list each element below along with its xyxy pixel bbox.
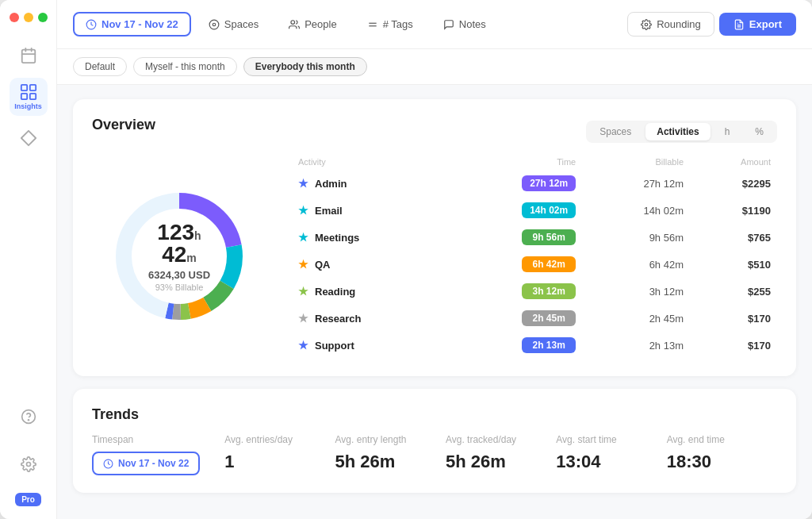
trend-entries: Avg. entries/day 1 [224, 434, 335, 472]
tags-tab-label: # Tags [383, 18, 413, 30]
window-controls [0, 0, 56, 30]
entries-value: 1 [224, 452, 335, 472]
donut-billable: 93% Billable [142, 283, 217, 292]
percent-view-label: % [755, 126, 764, 137]
hours-view-label: h [725, 126, 730, 137]
star-icon: ★ [298, 177, 308, 190]
activity-name-cell: ★ Email [298, 204, 440, 217]
sidebar-bottom: Pro [10, 398, 48, 519]
svg-point-11 [26, 463, 30, 467]
pro-badge[interactable]: Pro [15, 493, 41, 506]
amount-cell: $170 [690, 332, 777, 359]
svg-rect-7 [29, 94, 35, 99]
billable-cell: 2h 45m [582, 305, 690, 332]
filter-bar: Default Myself - this month Everybody th… [57, 49, 812, 85]
hours-value: 123 [157, 220, 194, 244]
tags-tab[interactable]: # Tags [354, 13, 426, 35]
donut-chart: 123h 42m 6324,30 USD 93% Billable [104, 181, 255, 332]
billable-cell: 3h 12m [582, 278, 690, 305]
time-badge: 2h 13m [522, 337, 576, 353]
activity-name-cell: ★ Admin [298, 177, 440, 190]
amount-cell: $255 [690, 278, 777, 305]
sidebar-item-calendar[interactable] [10, 37, 48, 75]
rounding-button[interactable]: Rounding [627, 12, 714, 37]
activity-name-cell: ★ Support [298, 339, 440, 352]
trend-end: Avg. end time 18:30 [667, 434, 777, 472]
table-row: ★ Meetings 9h 56m 9h 56m $765 [292, 224, 777, 251]
svg-marker-8 [21, 131, 35, 145]
time-badge: 14h 02m [522, 202, 576, 218]
maximize-dot[interactable] [38, 13, 48, 22]
overview-tab-group: Spaces Activities h % [586, 121, 777, 143]
app-window: Insights Pro Nov 17 - Nov 22 [0, 0, 812, 519]
table-row: ★ QA 6h 42m 6h 42m $510 [292, 251, 777, 278]
sidebar-item-insights[interactable]: Insights [10, 78, 48, 116]
table-row: ★ Email 14h 02m 14h 02m $1190 [292, 197, 777, 224]
star-icon: ★ [298, 285, 308, 298]
donut-usd: 6324,30 USD [142, 269, 217, 281]
content-area: Overview Spaces Activities h % [57, 85, 812, 519]
tags-icon [367, 19, 378, 30]
star-icon: ★ [298, 312, 308, 325]
svg-point-14 [213, 23, 216, 26]
clock-icon [86, 19, 97, 30]
notes-icon [443, 19, 454, 30]
sidebar-item-help[interactable] [10, 398, 48, 436]
minimize-dot[interactable] [24, 13, 33, 22]
hours-view-tab[interactable]: h [714, 123, 741, 140]
amount-cell: $1190 [690, 197, 777, 224]
svg-rect-4 [21, 85, 26, 90]
col-time: Time [446, 154, 582, 170]
sidebar-item-diamond[interactable] [10, 119, 48, 157]
rounding-label: Rounding [657, 18, 701, 30]
spaces-icon [209, 19, 220, 30]
overview-title: Overview [92, 117, 155, 133]
billable-cell: 27h 12m [582, 170, 690, 197]
spaces-tab[interactable]: Spaces [196, 13, 271, 35]
table-row: ★ Admin 27h 12m 27h 12m $2295 [292, 170, 777, 197]
trend-tracked: Avg. tracked/day 5h 26m [446, 434, 556, 472]
star-icon: ★ [298, 339, 308, 352]
activity-name-text: Admin [315, 178, 347, 190]
sidebar-item-settings[interactable] [10, 445, 48, 483]
svg-point-15 [291, 20, 295, 24]
activities-table-section: Activity Time Billable Amount ★ Admin [292, 154, 777, 359]
svg-point-13 [209, 20, 219, 29]
date-range-button[interactable]: Nov 17 - Nov 22 [73, 12, 191, 37]
overview-inner: 123h 42m 6324,30 USD 93% Billable [92, 154, 777, 359]
trend-clock-icon [103, 459, 113, 469]
end-value: 18:30 [667, 452, 777, 472]
billable-cell: 14h 02m [582, 197, 690, 224]
start-value: 13:04 [556, 452, 666, 472]
star-icon: ★ [298, 258, 308, 271]
amount-cell: $765 [690, 224, 777, 251]
notes-tab[interactable]: Notes [431, 13, 499, 35]
filter-myself[interactable]: Myself - this month [133, 57, 237, 76]
filter-default[interactable]: Default [73, 57, 127, 76]
main-content: Nov 17 - Nov 22 Spaces People # Tags Not… [57, 0, 812, 519]
activities-view-label: Activities [657, 126, 699, 137]
percent-view-tab[interactable]: % [744, 123, 775, 140]
top-nav: Nov 17 - Nov 22 Spaces People # Tags Not… [57, 0, 812, 49]
notes-tab-label: Notes [459, 18, 486, 30]
minutes-sub: m [186, 252, 196, 264]
activities-view-tab[interactable]: Activities [645, 123, 710, 140]
trend-date-button[interactable]: Nov 17 - Nov 22 [92, 452, 200, 475]
export-label: Export [749, 18, 782, 30]
close-dot[interactable] [10, 13, 19, 22]
entry-length-label: Avg. entry length [335, 434, 446, 445]
export-button[interactable]: Export [719, 13, 796, 36]
spaces-view-tab[interactable]: Spaces [588, 123, 642, 140]
tracked-label: Avg. tracked/day [446, 434, 556, 445]
people-tab[interactable]: People [276, 13, 349, 35]
trend-date-label: Nov 17 - Nov 22 [118, 458, 189, 469]
hours-sub: h [194, 229, 201, 242]
minutes-value: 42 [162, 242, 186, 267]
start-label: Avg. start time [556, 434, 666, 445]
filter-everybody[interactable]: Everybody this month [243, 57, 367, 76]
end-label: Avg. end time [667, 434, 777, 445]
star-icon: ★ [298, 204, 308, 217]
trend-entry-length: Avg. entry length 5h 26m [335, 434, 446, 472]
svg-rect-6 [21, 94, 26, 99]
people-icon [289, 19, 300, 30]
